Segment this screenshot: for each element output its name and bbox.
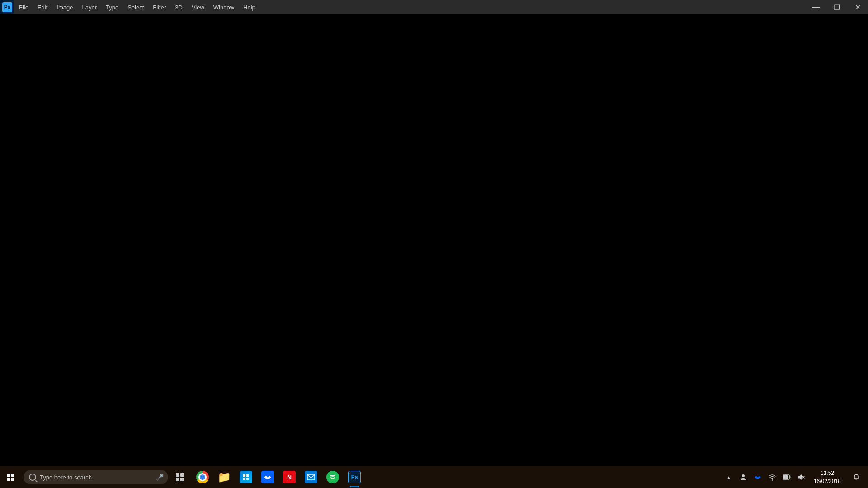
menu-layer[interactable]: Layer bbox=[78, 0, 102, 14]
svg-point-5 bbox=[742, 474, 745, 477]
microphone-icon[interactable]: 🎤 bbox=[156, 474, 163, 480]
svg-rect-3 bbox=[180, 478, 184, 481]
tray-volume-mute-icon[interactable] bbox=[794, 466, 808, 488]
mail-icon bbox=[305, 471, 317, 483]
svg-rect-4 bbox=[307, 474, 315, 480]
netflix-icon: N bbox=[283, 471, 296, 483]
svg-rect-2 bbox=[176, 478, 179, 481]
menu-help[interactable]: Help bbox=[239, 0, 260, 14]
svg-rect-9 bbox=[789, 476, 790, 478]
svg-point-12 bbox=[856, 474, 857, 475]
task-view-button[interactable] bbox=[170, 466, 190, 488]
menu-bar: File Edit Image Layer Type Select Filter… bbox=[14, 0, 806, 14]
menu-file[interactable]: File bbox=[14, 0, 33, 14]
menu-type[interactable]: Type bbox=[101, 0, 123, 14]
menu-image[interactable]: Image bbox=[52, 0, 77, 14]
ps-logo-icon: Ps bbox=[2, 2, 12, 12]
microsoft-store-icon bbox=[240, 471, 252, 483]
menu-filter[interactable]: Filter bbox=[148, 0, 170, 14]
spotify-icon bbox=[326, 471, 339, 483]
menu-window[interactable]: Window bbox=[209, 0, 239, 14]
taskbar-app-chrome[interactable] bbox=[192, 466, 213, 488]
taskbar: Type here to search 🎤 📁 bbox=[0, 466, 868, 488]
tray-battery-icon[interactable] bbox=[779, 466, 794, 488]
dropbox-icon bbox=[261, 471, 274, 483]
tray-wifi-icon[interactable] bbox=[765, 466, 779, 488]
taskbar-app-spotify[interactable] bbox=[322, 466, 344, 488]
search-box[interactable]: Type here to search 🎤 bbox=[24, 470, 168, 484]
chrome-icon bbox=[196, 471, 209, 483]
taskbar-app-netflix[interactable]: N bbox=[278, 466, 300, 488]
notification-button[interactable] bbox=[846, 466, 866, 488]
search-placeholder: Type here to search bbox=[40, 474, 156, 481]
taskbar-app-store[interactable] bbox=[235, 466, 257, 488]
taskbar-app-explorer[interactable]: 📁 bbox=[213, 466, 235, 488]
menu-edit[interactable]: Edit bbox=[33, 0, 52, 14]
photoshop-taskbar-icon: Ps bbox=[348, 471, 361, 483]
menu-view[interactable]: View bbox=[187, 0, 209, 14]
start-button[interactable] bbox=[0, 466, 22, 488]
taskbar-app-photoshop[interactable]: Ps bbox=[344, 466, 365, 488]
svg-rect-1 bbox=[180, 473, 184, 477]
clock-time: 11:52 bbox=[821, 469, 834, 477]
pinned-apps: 📁 N bbox=[192, 466, 365, 488]
maximize-button[interactable]: ❐ bbox=[826, 0, 847, 14]
search-icon bbox=[29, 474, 36, 481]
window-controls: — ❐ ✕ bbox=[806, 0, 868, 14]
svg-rect-0 bbox=[176, 473, 179, 477]
titlebar: Ps File Edit Image Layer Type Select Fil… bbox=[0, 0, 868, 14]
minimize-button[interactable]: — bbox=[806, 0, 826, 14]
tray-expand-button[interactable]: ▲ bbox=[722, 466, 736, 488]
ps-logo: Ps bbox=[0, 0, 14, 14]
svg-point-6 bbox=[772, 480, 773, 481]
system-clock[interactable]: 11:52 16/02/2018 bbox=[808, 466, 846, 488]
taskbar-app-mail[interactable] bbox=[300, 466, 322, 488]
chevron-up-icon: ▲ bbox=[726, 475, 731, 480]
tray-dropbox-icon[interactable] bbox=[750, 466, 765, 488]
file-explorer-icon: 📁 bbox=[218, 471, 231, 483]
windows-logo-icon bbox=[7, 474, 14, 481]
menu-select[interactable]: Select bbox=[123, 0, 148, 14]
clock-date: 16/02/2018 bbox=[814, 477, 841, 485]
tray-people-icon[interactable] bbox=[736, 466, 750, 488]
system-tray: ▲ bbox=[722, 466, 868, 488]
canvas-area bbox=[0, 14, 868, 466]
taskbar-app-dropbox[interactable] bbox=[257, 466, 278, 488]
menu-3d[interactable]: 3D bbox=[170, 0, 187, 14]
close-button[interactable]: ✕ bbox=[847, 0, 868, 14]
svg-rect-8 bbox=[783, 475, 788, 479]
